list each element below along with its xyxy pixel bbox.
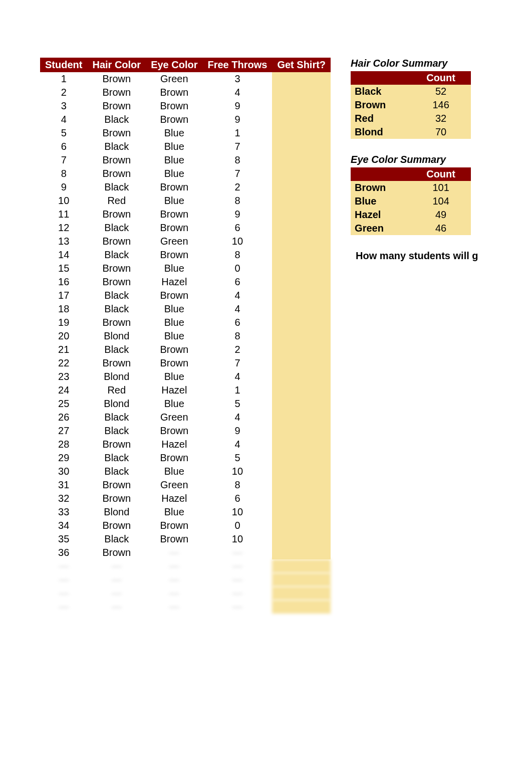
cell-free-throws: 3 — [202, 72, 272, 86]
summary-row: Hazel49 — [351, 208, 471, 222]
summary-row: Brown146 — [351, 98, 471, 112]
cell-hair: Blond — [87, 397, 146, 411]
table-row: 27BlackBrown9 — [40, 424, 331, 438]
cell-get-shirt — [272, 492, 331, 505]
cell-get-shirt — [272, 72, 331, 86]
cell-free-throws: 8 — [202, 478, 272, 492]
table-header-row: Student Hair Color Eye Color Free Throws… — [40, 58, 331, 72]
cell-get-shirt — [272, 140, 331, 153]
cell-hair: Blond — [87, 505, 146, 519]
cell-student: 8 — [40, 167, 87, 180]
table-row: 21BlackBrown2 — [40, 343, 331, 356]
cell-hair: Brown — [87, 356, 146, 370]
cell-eye: Blue — [146, 140, 202, 153]
cell-free-throws: 4 — [202, 86, 272, 99]
cell-free-throws: 8 — [202, 329, 272, 343]
cell-student: 7 — [40, 153, 87, 167]
summary-value: 46 — [411, 222, 471, 235]
cell-student: 24 — [40, 383, 87, 397]
table-row: 2BrownBrown4 — [40, 86, 331, 99]
cell-hair: Brown — [87, 235, 146, 248]
cell-eye: Green — [146, 235, 202, 248]
cell-student: 21 — [40, 343, 87, 356]
cell-student: 18 — [40, 302, 87, 316]
cell-get-shirt — [272, 113, 331, 126]
cell-eye: Blue — [146, 194, 202, 208]
table-row: 13BrownGreen10 — [40, 235, 331, 248]
question-text: How many students will g — [356, 250, 491, 262]
table-row-blurred: ———— — [40, 573, 331, 587]
cell-free-throws: 9 — [202, 99, 272, 113]
cell-student: 13 — [40, 235, 87, 248]
cell-student: 25 — [40, 397, 87, 411]
hair-summary-count-header: Count — [411, 71, 471, 85]
table-row: 34BrownBrown0 — [40, 519, 331, 532]
cell-hair: Black — [87, 180, 146, 194]
cell-eye: Blue — [146, 262, 202, 275]
table-row: 26BlackGreen4 — [40, 411, 331, 424]
table-row: 18BlackBlue4 — [40, 302, 331, 316]
cell-free-throws: 8 — [202, 153, 272, 167]
cell-free-throws: 6 — [202, 221, 272, 235]
cell-student: 36 — [40, 546, 87, 559]
cell-student: 12 — [40, 221, 87, 235]
cell-hair: Brown — [87, 492, 146, 505]
eye-summary-table: Count Brown101Blue104Hazel49Green46 — [351, 167, 471, 235]
cell-eye: Green — [146, 72, 202, 86]
summary-value: 70 — [411, 125, 471, 139]
cell-hair: Black — [87, 221, 146, 235]
cell-eye: Brown — [146, 99, 202, 113]
table-row: 15BrownBlue0 — [40, 262, 331, 275]
summary-row: Green46 — [351, 222, 471, 235]
cell-get-shirt — [272, 438, 331, 451]
summary-value: 49 — [411, 208, 471, 222]
cell-eye: Brown — [146, 519, 202, 532]
cell-get-shirt — [272, 221, 331, 235]
summary-label: Black — [351, 85, 411, 98]
cell-hair: Brown — [87, 167, 146, 180]
cell-student: 11 — [40, 208, 87, 221]
table-row: 36Brown—— — [40, 546, 331, 559]
cell-student: 27 — [40, 424, 87, 438]
table-row: 19BrownBlue6 — [40, 316, 331, 329]
summary-value: 52 — [411, 85, 471, 98]
table-row: 3BrownBrown9 — [40, 99, 331, 113]
table-row: 11BrownBrown9 — [40, 208, 331, 221]
table-row: 32BrownHazel6 — [40, 492, 331, 505]
summary-value: 104 — [411, 194, 471, 208]
cell-eye: Hazel — [146, 275, 202, 289]
cell-get-shirt — [272, 505, 331, 519]
students-table: Student Hair Color Eye Color Free Throws… — [40, 58, 331, 614]
cell-hair: Brown — [87, 72, 146, 86]
cell-hair: Brown — [87, 262, 146, 275]
cell-student: 29 — [40, 451, 87, 465]
hair-summary-blank-header — [351, 71, 411, 85]
cell-hair: Brown — [87, 546, 146, 559]
cell-eye: Brown — [146, 356, 202, 370]
cell-hair: Brown — [87, 99, 146, 113]
cell-hair: Black — [87, 451, 146, 465]
table-row: 23BlondBlue4 — [40, 370, 331, 383]
cell-get-shirt — [272, 316, 331, 329]
table-row: 4BlackBrown9 — [40, 113, 331, 126]
cell-free-throws: 0 — [202, 262, 272, 275]
cell-hair: Brown — [87, 153, 146, 167]
cell-eye: — — [146, 546, 202, 559]
summary-label: Blue — [351, 194, 411, 208]
cell-eye: Blue — [146, 302, 202, 316]
cell-get-shirt — [272, 356, 331, 370]
cell-eye: Brown — [146, 532, 202, 546]
table-row-blurred: ———— — [40, 587, 331, 600]
cell-get-shirt — [272, 126, 331, 140]
cell-student: 26 — [40, 411, 87, 424]
cell-free-throws: 4 — [202, 411, 272, 424]
cell-hair: Black — [87, 289, 146, 302]
cell-eye: Blue — [146, 505, 202, 519]
cell-eye: Green — [146, 411, 202, 424]
cell-eye: Blue — [146, 370, 202, 383]
cell-student: 20 — [40, 329, 87, 343]
cell-get-shirt — [272, 180, 331, 194]
cell-student: 14 — [40, 248, 87, 262]
cell-eye: Brown — [146, 208, 202, 221]
cell-get-shirt — [272, 532, 331, 546]
